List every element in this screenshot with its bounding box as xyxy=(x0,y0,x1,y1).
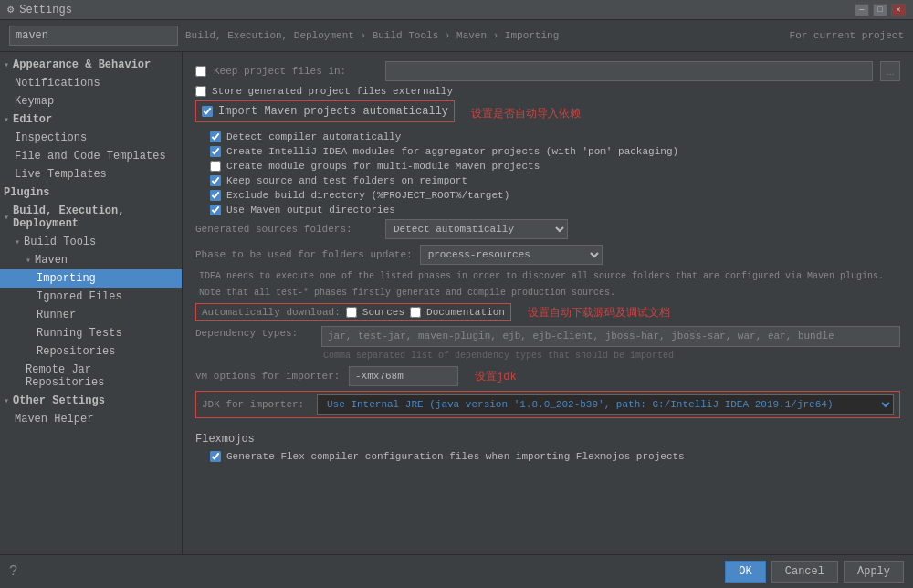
create-module-groups-checkbox[interactable] xyxy=(210,161,221,172)
keep-source-checkbox[interactable] xyxy=(210,175,221,186)
settings-dialog: Build, Execution, Deployment › Build Too… xyxy=(0,20,913,588)
jdk-label: JDK for importer: xyxy=(202,399,311,410)
sidebar-item-other-settings[interactable]: Other Settings xyxy=(0,392,182,410)
title-bar: ⚙ Settings ─ □ ✕ xyxy=(0,0,913,20)
sidebar-item-remote-jar[interactable]: Remote Jar Repositories xyxy=(0,361,182,392)
documentation-checkbox[interactable] xyxy=(410,307,421,318)
sidebar: Appearance & Behavior Notifications Keym… xyxy=(0,52,183,554)
sidebar-item-repositories[interactable]: Repositories xyxy=(0,342,182,361)
maximize-button[interactable]: □ xyxy=(873,4,887,16)
vm-options-label: VM options for importer: xyxy=(195,371,341,382)
minimize-button[interactable]: ─ xyxy=(855,4,869,16)
sidebar-item-importing[interactable]: Importing xyxy=(0,269,182,288)
close-button[interactable]: ✕ xyxy=(891,4,906,16)
generated-sources-label: Generated sources folders: xyxy=(195,224,378,235)
keep-project-browse[interactable]: … xyxy=(880,61,900,81)
main-content: Keep project files in: … Store generated… xyxy=(183,52,913,554)
detect-compiler-checkbox[interactable] xyxy=(210,131,221,142)
info-text-2: Note that all test-* phases firstly gene… xyxy=(195,287,900,299)
detect-compiler-label: Detect compiler automatically xyxy=(226,131,401,142)
sidebar-label-build-tools: Build Tools xyxy=(24,236,96,248)
breadcrumb: Build, Execution, Deployment › Build Too… xyxy=(185,30,773,41)
auto-download-box: Automatically download: Sources Document… xyxy=(195,303,511,321)
create-intellij-checkbox[interactable] xyxy=(210,146,221,157)
sidebar-item-inspections[interactable]: Inspections xyxy=(0,129,182,147)
sidebar-label-inspections: Inspections xyxy=(15,131,87,144)
sidebar-label-live: Live Templates xyxy=(15,168,107,181)
sidebar-label-ignored: Ignored Files xyxy=(37,290,122,303)
ok-button[interactable]: OK xyxy=(725,561,765,583)
sidebar-label-other: Other Settings xyxy=(13,394,105,407)
sidebar-item-build-exec[interactable]: Build, Execution, Deployment xyxy=(0,202,182,233)
dialog-header: Build, Execution, Deployment › Build Too… xyxy=(0,20,913,52)
sidebar-item-runner[interactable]: Runner xyxy=(0,306,182,324)
sidebar-label-maven-helper: Maven Helper xyxy=(15,413,93,425)
for-current-project: For current project xyxy=(790,30,904,41)
triangle-other-icon xyxy=(4,395,9,406)
dependency-types-row: Dependency types: jar, test-jar, maven-p… xyxy=(195,326,900,347)
store-generated-checkbox[interactable] xyxy=(195,86,206,97)
use-maven-output-checkbox[interactable] xyxy=(210,205,221,215)
sidebar-label-remote-jar: Remote Jar Repositories xyxy=(26,363,174,389)
sidebar-item-live-templates[interactable]: Live Templates xyxy=(0,165,182,184)
help-icon[interactable]: ? xyxy=(9,563,18,580)
sidebar-item-running-tests[interactable]: Running Tests xyxy=(0,324,182,342)
sidebar-label-repositories: Repositories xyxy=(37,345,115,358)
generated-sources-row: Generated sources folders: Detect automa… xyxy=(195,219,900,239)
jdk-select[interactable]: Use Internal JRE (java version '1.8.0_20… xyxy=(317,394,894,415)
sidebar-label-notifications: Notifications xyxy=(15,77,100,89)
sidebar-label-runner: Runner xyxy=(37,309,76,321)
sidebar-label-file-code: File and Code Templates xyxy=(15,150,166,163)
triangle-editor-icon xyxy=(4,114,9,125)
keep-project-input[interactable] xyxy=(385,61,873,81)
phase-label: Phase to be used for folders update: xyxy=(195,249,413,260)
sidebar-item-plugins[interactable]: Plugins xyxy=(0,184,182,202)
dep-types-label: Dependency types: xyxy=(195,326,314,339)
dep-types-value: jar, test-jar, maven-plugin, ejb, ejb-cl… xyxy=(321,326,900,347)
keep-source-label: Keep source and test folders on reimport xyxy=(226,175,467,186)
sidebar-item-build-tools[interactable]: Build Tools xyxy=(0,233,182,251)
sidebar-item-maven[interactable]: Maven xyxy=(0,251,182,269)
phase-select[interactable]: process-resources xyxy=(420,245,603,265)
sidebar-item-maven-helper[interactable]: Maven Helper xyxy=(0,410,182,428)
use-maven-output-label: Use Maven output directories xyxy=(226,205,395,215)
documentation-label: Documentation xyxy=(426,307,505,318)
create-module-groups-row: Create module groups for multi-module Ma… xyxy=(195,161,900,172)
detect-compiler-row: Detect compiler automatically xyxy=(195,131,900,142)
store-generated-label: Store generated project files externally xyxy=(212,86,453,97)
sidebar-item-keymap[interactable]: Keymap xyxy=(0,92,182,110)
generate-flex-label: Generate Flex compiler configuration fil… xyxy=(226,451,685,462)
keep-project-checkbox[interactable] xyxy=(195,66,206,77)
vm-options-input[interactable] xyxy=(349,366,458,386)
sidebar-label-plugins: Plugins xyxy=(4,186,49,199)
auto-download-annotation: 设置自动下载源码及调试文档 xyxy=(528,305,670,320)
jdk-row: JDK for importer: Use Internal JRE (java… xyxy=(195,391,900,418)
cancel-button[interactable]: Cancel xyxy=(771,561,838,583)
content-area: Appearance & Behavior Notifications Keym… xyxy=(0,52,913,554)
import-maven-checkbox[interactable] xyxy=(202,106,213,117)
sidebar-label-appearance: Appearance & Behavior xyxy=(13,58,151,71)
sidebar-item-notifications[interactable]: Notifications xyxy=(0,74,182,92)
import-maven-label: Import Maven projects automatically xyxy=(218,105,448,118)
dep-hint: Comma separated list of dependency types… xyxy=(195,351,900,361)
keep-project-label: Keep project files in: xyxy=(214,66,378,77)
sidebar-item-editor[interactable]: Editor xyxy=(0,110,182,129)
sidebar-item-ignored[interactable]: Ignored Files xyxy=(0,288,182,306)
exclude-build-checkbox[interactable] xyxy=(210,190,221,201)
flexmojos-section: Flexmojos Generate Flex compiler configu… xyxy=(195,433,900,462)
sidebar-item-appearance[interactable]: Appearance & Behavior xyxy=(0,56,182,74)
create-intellij-label: Create IntelliJ IDEA modules for aggrega… xyxy=(226,146,678,157)
sidebar-item-file-code[interactable]: File and Code Templates xyxy=(0,147,182,165)
sidebar-label-build-exec: Build, Execution, Deployment xyxy=(13,205,174,230)
search-input[interactable] xyxy=(9,26,178,46)
sources-checkbox[interactable] xyxy=(346,307,357,318)
generate-flex-checkbox[interactable] xyxy=(210,451,221,462)
create-intellij-row: Create IntelliJ IDEA modules for aggrega… xyxy=(195,146,900,157)
generated-sources-select[interactable]: Detect automatically xyxy=(385,219,568,239)
sidebar-label-running-tests: Running Tests xyxy=(37,327,122,340)
dialog-footer: ? OK Cancel Apply xyxy=(0,554,913,588)
import-annotation: 设置是否自动导入依赖 xyxy=(471,106,581,121)
apply-button[interactable]: Apply xyxy=(844,561,904,583)
use-maven-output-row: Use Maven output directories xyxy=(195,205,900,215)
sidebar-label-importing: Importing xyxy=(37,272,96,285)
